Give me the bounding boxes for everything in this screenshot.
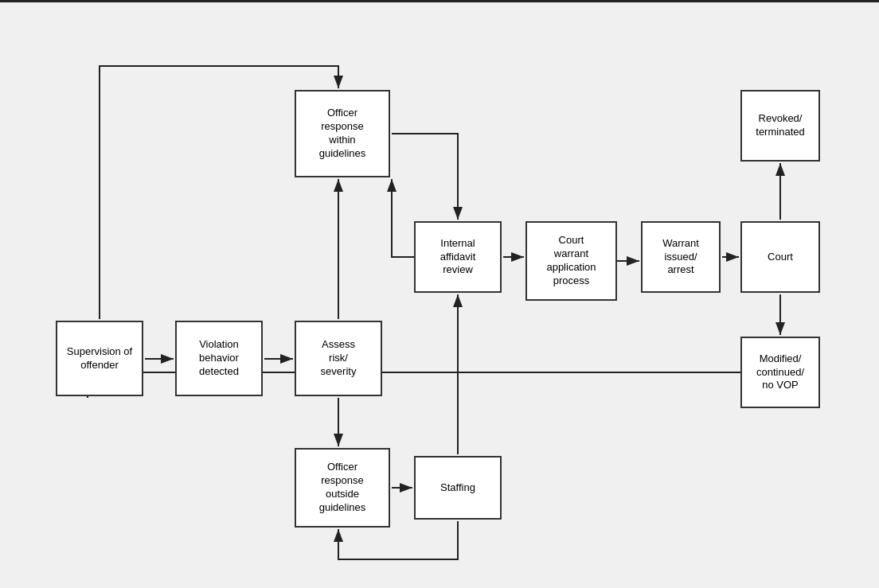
box-violation: Violationbehaviordetected [175, 321, 263, 396]
diagram-area: Supervision of offender Violationbehavio… [24, 26, 855, 564]
box-assess: Assessrisk/severity [295, 321, 382, 396]
box-revoked: Revoked/terminated [740, 90, 820, 162]
box-internal-affidavit: Internalaffidavitreview [414, 221, 502, 293]
box-officer-outside: Officerresponseoutsideguidelines [295, 448, 390, 528]
box-officer-within: Officerresponsewithinguidelines [295, 90, 390, 177]
main-container: Supervision of offender Violationbehavio… [0, 0, 879, 588]
box-court-warrant-app: Courtwarrantapplicationprocess [525, 221, 617, 301]
box-supervision: Supervision of offender [56, 321, 143, 396]
box-modified: Modified/continued/no VOP [740, 337, 820, 408]
box-court: Court [740, 221, 820, 293]
box-warrant-issued: Warrantissued/arrest [641, 221, 721, 293]
box-staffing: Staffing [414, 456, 502, 520]
